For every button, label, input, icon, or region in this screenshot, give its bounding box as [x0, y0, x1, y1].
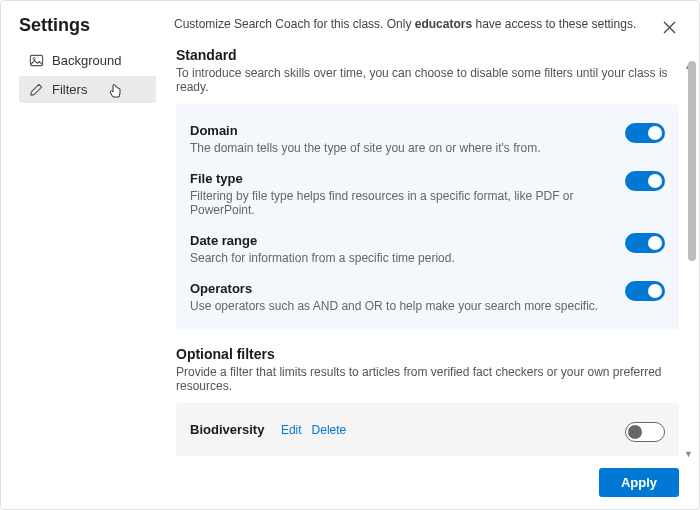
svg-rect-0: [30, 55, 42, 65]
filter-name: Operators: [190, 281, 252, 296]
pencil-icon: [29, 82, 44, 97]
optional-section-title: Optional filters: [176, 346, 679, 362]
standard-section-title: Standard: [176, 47, 679, 63]
dialog-footer: Apply: [1, 456, 699, 509]
page-title: Settings: [19, 15, 174, 36]
standard-section-desc: To introduce search skills over time, yo…: [176, 66, 679, 94]
filter-desc: Search for information from a specific t…: [190, 251, 625, 265]
filter-row-fact-check: Fact check Edit Discover what profession…: [190, 449, 665, 456]
sidebar: Background Filters: [1, 47, 156, 456]
scrollbar-thumb[interactable]: [688, 61, 696, 261]
filter-row-file-type: File type Filtering by file type helps f…: [190, 162, 665, 224]
toggle-biodiversity[interactable]: [625, 422, 665, 442]
filter-row-date-range: Date range Search for information from a…: [190, 224, 665, 272]
filter-desc: Filtering by file type helps find resour…: [190, 189, 625, 217]
sidebar-item-label: Filters: [52, 82, 87, 97]
cursor-pointer-icon: [107, 82, 125, 100]
settings-dialog: Settings Customize Search Coach for this…: [0, 0, 700, 510]
toggle-operators[interactable]: [625, 281, 665, 301]
delete-link[interactable]: Delete: [312, 423, 347, 437]
optional-filters-card: Biodiversity Edit Delete Fact check Edit: [176, 403, 679, 456]
filter-row-biodiversity: Biodiversity Edit Delete: [190, 413, 665, 449]
filter-name: File type: [190, 171, 243, 186]
standard-filters-card: Domain The domain tells you the type of …: [176, 104, 679, 330]
filter-name: Domain: [190, 123, 238, 138]
optional-section-desc: Provide a filter that limits results to …: [176, 365, 679, 393]
dialog-body: Background Filters Standard To introduce…: [1, 47, 699, 456]
sidebar-item-background[interactable]: Background: [19, 47, 156, 74]
image-icon: [29, 53, 44, 68]
filter-desc: Use operators such as AND and OR to help…: [190, 299, 625, 313]
page-subtitle: Customize Search Coach for this class. O…: [174, 15, 657, 31]
edit-link[interactable]: Edit: [281, 423, 302, 437]
filter-name: Date range: [190, 233, 257, 248]
filter-name: Biodiversity: [190, 422, 264, 437]
toggle-date-range[interactable]: [625, 233, 665, 253]
toggle-domain[interactable]: [625, 123, 665, 143]
sidebar-item-label: Background: [52, 53, 121, 68]
filter-row-domain: Domain The domain tells you the type of …: [190, 114, 665, 162]
scroll-down-icon[interactable]: ▼: [684, 449, 692, 456]
apply-button[interactable]: Apply: [599, 468, 679, 497]
main-content[interactable]: Standard To introduce search skills over…: [156, 47, 699, 456]
scrollbar[interactable]: ▲ ▼: [688, 61, 696, 456]
toggle-file-type[interactable]: [625, 171, 665, 191]
filter-row-operators: Operators Use operators such as AND and …: [190, 272, 665, 320]
close-icon: [663, 21, 676, 34]
sidebar-item-filters[interactable]: Filters: [19, 76, 156, 103]
filter-desc: The domain tells you the type of site yo…: [190, 141, 625, 155]
dialog-header: Settings Customize Search Coach for this…: [1, 1, 699, 47]
close-button[interactable]: [657, 15, 681, 39]
svg-point-1: [33, 58, 35, 60]
